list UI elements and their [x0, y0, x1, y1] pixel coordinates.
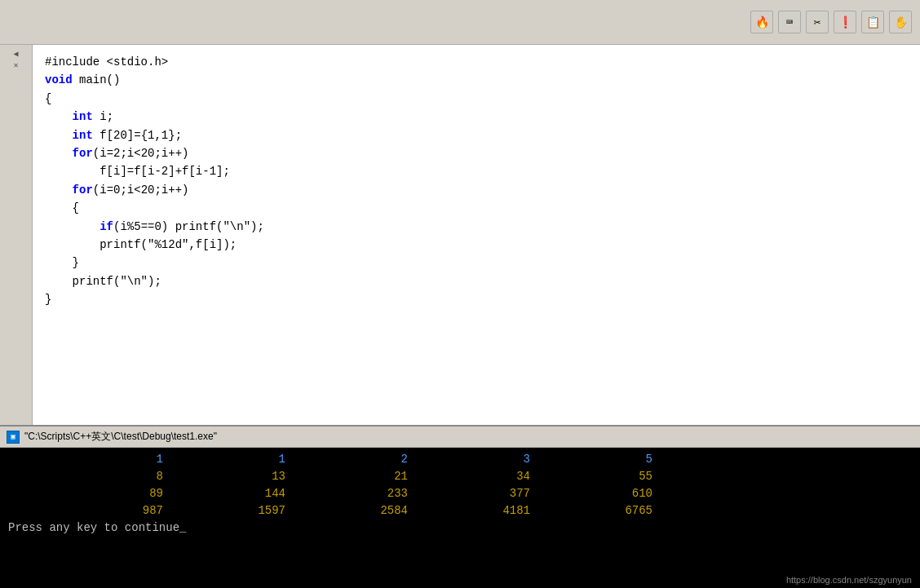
- code-line-2: void main(): [45, 71, 908, 89]
- cell-3-1: 89: [8, 485, 163, 502]
- cell-1-2: 1: [163, 451, 285, 468]
- code-text: f[i]=f[i-2]+f[i-1];: [45, 165, 230, 178]
- keyword-int: int: [73, 110, 93, 123]
- keyword-void: void: [45, 73, 73, 86]
- terminal-row-3: 89 144 233 377 610: [8, 485, 912, 502]
- code-text: printf("%12d",f[i]);: [45, 238, 237, 251]
- toolbar: 🔥 ⌨ ✂ ❗ 📋 ✋: [0, 0, 920, 45]
- left-panel-icon-1: ◀: [13, 49, 18, 59]
- code-line-5: int f[20]={1,1};: [45, 126, 908, 144]
- cell-3-3: 233: [285, 485, 408, 502]
- cell-1-5: 5: [530, 451, 652, 468]
- cell-2-3: 21: [285, 468, 408, 485]
- cursor: _: [179, 521, 186, 534]
- cell-3-2: 144: [163, 485, 285, 502]
- code-text: [45, 110, 73, 123]
- terminal-icon-text: ▣: [11, 432, 15, 441]
- toolbar-hand-btn[interactable]: ✋: [889, 11, 912, 33]
- code-editor[interactable]: #include <stdio.h> void main() { int i; …: [33, 45, 920, 425]
- cell-2-1: 8: [8, 468, 163, 485]
- code-line-6: for(i=2;i<20;i++): [45, 144, 908, 162]
- code-text: [45, 183, 73, 197]
- cell-2-4: 34: [408, 468, 530, 485]
- code-text: printf("\n");: [45, 275, 161, 288]
- cell-1-1: 1: [8, 451, 163, 468]
- code-line-3: {: [45, 90, 908, 108]
- keyword-for1: for: [73, 147, 93, 160]
- code-text: f[20]={1,1};: [93, 129, 182, 142]
- terminal-row-4: 987 1597 2584 4181 6765: [8, 502, 912, 519]
- cell-3-4: 377: [408, 485, 530, 502]
- code-text: #include <stdio.h>: [45, 55, 168, 69]
- code-text: [45, 129, 73, 142]
- code-text: }: [45, 293, 51, 306]
- code-line-10: if(i%5==0) printf("\n");: [45, 218, 908, 236]
- cell-2-5: 55: [530, 468, 652, 485]
- code-text: [45, 147, 73, 160]
- keyword-for2: for: [73, 183, 93, 197]
- code-text: }: [45, 256, 79, 269]
- cell-1-3: 2: [285, 451, 408, 468]
- cell-4-1: 987: [8, 502, 163, 519]
- code-text: main(): [73, 73, 121, 86]
- terminal-titlebar: ▣ "C:\Scripts\C++英文\C\test\Debug\test1.e…: [0, 427, 920, 448]
- left-panel-icon-2: ✕: [13, 60, 18, 70]
- cell-2-2: 13: [163, 468, 285, 485]
- code-line-8: for(i=0;i<20;i++): [45, 181, 908, 199]
- code-text: [45, 220, 100, 233]
- code-line-9: {: [45, 199, 908, 217]
- left-panel: ◀ ✕: [0, 45, 33, 425]
- code-line-4: int i;: [45, 108, 908, 126]
- code-line-11: printf("%12d",f[i]);: [45, 236, 908, 254]
- toolbar-scissors-btn[interactable]: ✂: [806, 11, 829, 33]
- code-line-13: printf("\n");: [45, 272, 908, 290]
- csdn-url: https://blog.csdn.net/szgyunyun: [786, 575, 912, 585]
- code-text: {: [45, 92, 51, 105]
- code-line-7: f[i]=f[i-2]+f[i-1];: [45, 162, 908, 180]
- cell-1-4: 3: [408, 451, 530, 468]
- toolbar-exclaim-btn[interactable]: ❗: [834, 11, 856, 33]
- keyword-if: if: [100, 220, 113, 233]
- terminal-body: 1 1 2 3 5 8 13 21 34 55 89 144 233 377 6…: [0, 448, 920, 588]
- terminal-title: "C:\Scripts\C++英文\C\test\Debug\test1.exe…: [24, 430, 217, 444]
- code-line-14: }: [45, 290, 908, 308]
- terminal-row-2: 8 13 21 34 55: [8, 468, 912, 485]
- cell-4-5: 6765: [530, 502, 652, 519]
- toolbar-keyboard-btn[interactable]: ⌨: [778, 11, 801, 33]
- code-text: (i=0;i<20;i++): [93, 183, 189, 197]
- toolbar-fire-btn[interactable]: 🔥: [750, 11, 773, 33]
- cell-4-4: 4181: [408, 502, 530, 519]
- toolbar-clipboard-btn[interactable]: 📋: [861, 11, 884, 33]
- code-text: (i%5==0) printf("\n");: [113, 220, 264, 233]
- press-continue-text: Press any key to continue: [8, 521, 179, 534]
- code-text: i;: [93, 110, 113, 123]
- code-line-1: #include <stdio.h>: [45, 53, 908, 71]
- editor-container: ◀ ✕ #include <stdio.h> void main() { int…: [0, 45, 920, 425]
- terminal-row-1: 1 1 2 3 5: [8, 451, 912, 468]
- cell-4-3: 2584: [285, 502, 408, 519]
- cell-3-5: 610: [530, 485, 652, 502]
- keyword-int2: int: [73, 129, 93, 142]
- press-continue: Press any key to continue_: [8, 521, 912, 534]
- code-text: (i=2;i<20;i++): [93, 147, 189, 160]
- cell-4-2: 1597: [163, 502, 285, 519]
- code-text: {: [45, 201, 79, 214]
- code-line-12: }: [45, 254, 908, 272]
- terminal-icon: ▣: [7, 431, 20, 444]
- terminal-container: ▣ "C:\Scripts\C++英文\C\test\Debug\test1.e…: [0, 425, 920, 588]
